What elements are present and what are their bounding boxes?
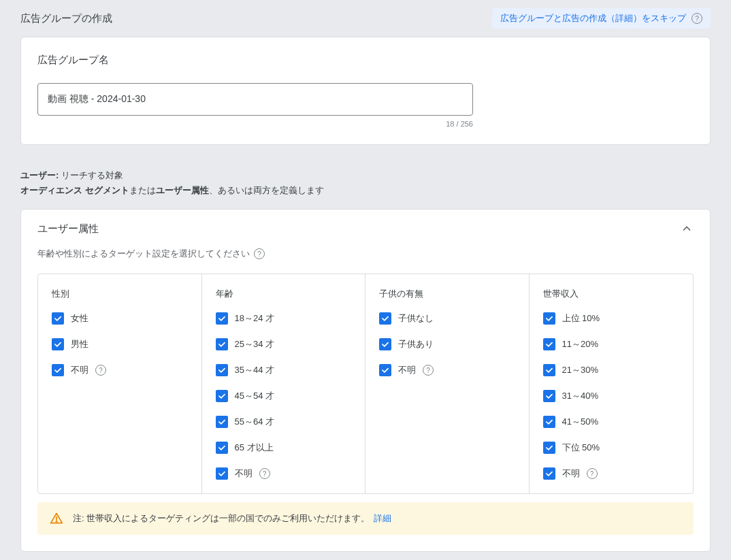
income-option[interactable]: 11～20% — [543, 338, 680, 350]
gender-option-label: 女性 — [71, 312, 88, 325]
age-option-label: 25～34 才 — [235, 338, 275, 350]
users-line1: ユーザー: リーチする対象 — [20, 169, 711, 182]
adgroup-name-title: 広告グループ名 — [37, 54, 694, 67]
gender-option-label: 不明 — [71, 364, 88, 376]
help-icon[interactable]: ? — [587, 468, 598, 479]
top-row: 広告グループの作成 広告グループと広告の作成（詳細）をスキップ ? — [0, 0, 731, 37]
checkbox-checked[interactable] — [543, 338, 555, 350]
demographics-panel: ユーザー属性 年齢や性別によるターゲット設定を選択してください ? 性別 女性男… — [20, 209, 711, 552]
income-option-label: 31～40% — [562, 390, 598, 402]
gender-option-label: 男性 — [71, 338, 88, 350]
checkbox-checked[interactable] — [543, 467, 555, 480]
notice-text-wrap: 注: 世帯収入によるターゲティングは一部の国でのみご利用いただけます。詳細 — [73, 512, 391, 525]
page-title: 広告グループの作成 — [20, 12, 112, 25]
users-label: ユーザー: — [20, 170, 59, 180]
warning-icon — [50, 512, 63, 525]
checkbox-checked[interactable] — [543, 364, 555, 376]
parental-title: 子供の有無 — [379, 288, 515, 300]
checkbox-checked[interactable] — [216, 312, 228, 325]
checkbox-checked[interactable] — [379, 312, 391, 325]
notice-link[interactable]: 詳細 — [374, 513, 391, 523]
income-option-label: 下位 50% — [562, 442, 600, 454]
help-icon[interactable]: ? — [95, 365, 106, 376]
age-option[interactable]: 35～44 才 — [216, 364, 352, 376]
parental-option[interactable]: 子供なし — [379, 312, 515, 325]
demographics-body: 年齢や性別によるターゲット設定を選択してください ? 性別 女性男性不明? 年齢… — [21, 248, 710, 551]
gender-title: 性別 — [52, 288, 188, 300]
checkbox-checked[interactable] — [52, 338, 64, 350]
checkbox-checked[interactable] — [52, 364, 64, 376]
checkbox-checked[interactable] — [216, 364, 228, 376]
parental-option-label: 子供あり — [398, 338, 434, 350]
demographics-title: ユーザー属性 — [37, 223, 99, 235]
income-option-label: 21～30% — [562, 364, 598, 376]
checkbox-checked[interactable] — [216, 390, 228, 402]
age-option[interactable]: 25～34 才 — [216, 338, 352, 350]
income-title: 世帯収入 — [543, 288, 680, 300]
help-icon[interactable]: ? — [423, 365, 434, 376]
age-option[interactable]: 55～64 才 — [216, 416, 352, 428]
age-option[interactable]: 不明? — [216, 467, 352, 480]
income-option[interactable]: 21～30% — [543, 364, 680, 376]
checkbox-checked[interactable] — [216, 442, 228, 454]
income-option[interactable]: 下位 50% — [543, 442, 680, 454]
age-option-label: 18～24 才 — [235, 312, 275, 325]
checkbox-checked[interactable] — [216, 416, 228, 428]
checkbox-checked[interactable] — [379, 364, 391, 376]
income-option[interactable]: 不明? — [543, 467, 680, 480]
users-line2: オーディエンス セグメントまたはユーザー属性、あるいは両方を定義します — [20, 184, 711, 197]
gender-option[interactable]: 男性 — [52, 338, 188, 350]
age-option-label: 45～54 才 — [235, 390, 275, 402]
svg-point-1 — [56, 521, 56, 522]
income-option-label: 上位 10% — [562, 312, 600, 325]
checkbox-checked[interactable] — [216, 338, 228, 350]
gender-option[interactable]: 女性 — [52, 312, 188, 325]
age-option[interactable]: 18～24 才 — [216, 312, 352, 325]
demographics-subtitle: 年齢や性別によるターゲット設定を選択してください — [37, 248, 250, 260]
age-option[interactable]: 65 才以上 — [216, 442, 352, 454]
demographics-grid: 性別 女性男性不明? 年齢 18～24 才25～34 才35～44 才45～54… — [37, 274, 694, 494]
age-option-label: 65 才以上 — [235, 442, 274, 454]
users-section: ユーザー: リーチする対象 オーディエンス セグメントまたはユーザー属性、あるい… — [20, 161, 711, 209]
users-tail: 、あるいは両方を定義します — [209, 185, 324, 195]
chevron-up-icon — [680, 222, 694, 235]
users-or: または — [129, 185, 156, 195]
users-seg1: オーディエンス セグメント — [20, 185, 129, 195]
adgroup-name-card: 広告グループ名 18 / 256 — [20, 37, 711, 145]
skip-link[interactable]: 広告グループと広告の作成（詳細）をスキップ — [500, 12, 686, 24]
users-reach: リーチする対象 — [59, 170, 123, 180]
income-notice: 注: 世帯収入によるターゲティングは一部の国でのみご利用いただけます。詳細 — [37, 502, 694, 535]
checkbox-checked[interactable] — [379, 338, 391, 350]
checkbox-checked[interactable] — [543, 416, 555, 428]
parental-option[interactable]: 不明? — [379, 364, 515, 376]
checkbox-checked[interactable] — [216, 467, 228, 480]
help-icon[interactable]: ? — [254, 248, 265, 259]
income-column: 世帯収入 上位 10%11～20%21～30%31～40%41～50%下位 50… — [530, 274, 694, 493]
demographics-subtitle-row: 年齢や性別によるターゲット設定を選択してください ? — [37, 248, 694, 260]
help-icon[interactable]: ? — [692, 13, 702, 24]
users-seg2: ユーザー属性 — [156, 185, 209, 195]
income-option[interactable]: 上位 10% — [543, 312, 680, 325]
checkbox-checked[interactable] — [52, 312, 64, 325]
income-option-label: 41～50% — [562, 416, 598, 428]
income-option[interactable]: 31～40% — [543, 390, 680, 402]
gender-option[interactable]: 不明? — [52, 364, 188, 376]
income-option[interactable]: 41～50% — [543, 416, 680, 428]
skip-wrap: 広告グループと広告の作成（詳細）をスキップ ? — [492, 8, 711, 29]
checkbox-checked[interactable] — [543, 390, 555, 402]
help-icon[interactable]: ? — [259, 468, 270, 479]
parental-option-label: 子供なし — [398, 312, 434, 325]
notice-prefix: 注: — [73, 513, 86, 523]
demographics-header[interactable]: ユーザー属性 — [21, 210, 710, 248]
adgroup-name-input[interactable] — [37, 83, 473, 116]
parental-option-label: 不明 — [398, 364, 416, 376]
notice-text: 世帯収入によるターゲティングは一部の国でのみご利用いただけます。 — [86, 513, 370, 523]
checkbox-checked[interactable] — [543, 442, 555, 454]
age-option[interactable]: 45～54 才 — [216, 390, 352, 402]
checkbox-checked[interactable] — [543, 312, 555, 325]
age-option-label: 55～64 才 — [235, 416, 275, 428]
parental-option[interactable]: 子供あり — [379, 338, 515, 350]
age-option-label: 35～44 才 — [235, 364, 275, 376]
char-count: 18 / 256 — [37, 120, 473, 128]
age-option-label: 不明 — [235, 467, 253, 480]
